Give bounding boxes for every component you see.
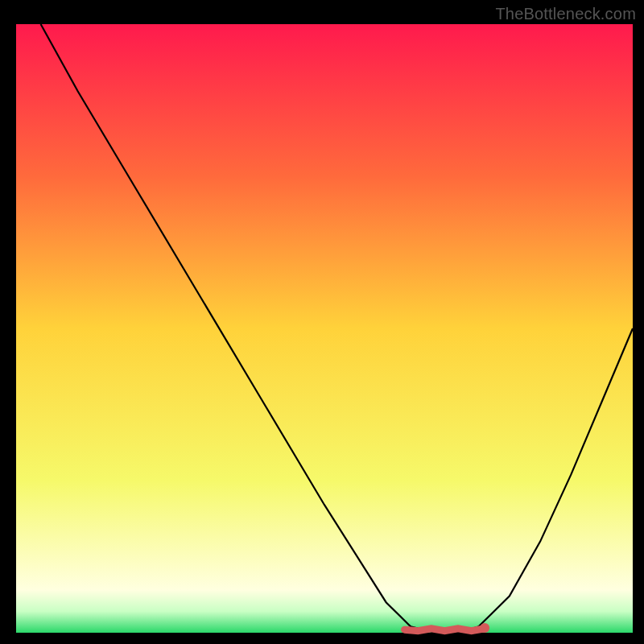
- trough-marker: [16, 24, 633, 633]
- plot-frame: [16, 24, 633, 633]
- svg-point-1: [480, 623, 489, 633]
- watermark-text: TheBottleneck.com: [495, 5, 636, 23]
